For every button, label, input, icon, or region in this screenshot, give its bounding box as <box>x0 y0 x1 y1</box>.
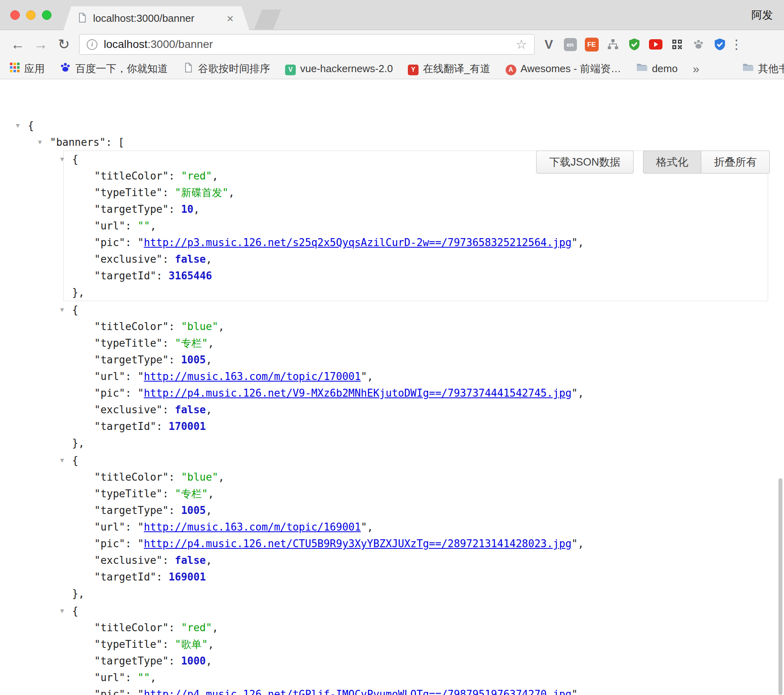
json-line: "typeTitle": "新碟首发", <box>64 184 768 201</box>
json-line: "exclusive": false, <box>64 552 768 569</box>
collapse-toggle-icon[interactable]: ▼ <box>38 134 42 151</box>
browser-toolbar: ← → ↻ i localhost:3000/banner ☆ VenFE ⋮ <box>0 30 784 59</box>
bookmark-item[interactable]: Y在线翻译_有道 <box>408 62 490 76</box>
tab-favicon-page-icon <box>77 12 88 25</box>
json-line: ▼{ <box>64 603 768 619</box>
window-close-button[interactable] <box>10 10 20 20</box>
org-chart-icon[interactable] <box>605 36 621 52</box>
json-line: "titleColor": "red", <box>64 619 768 636</box>
json-line: "targetType": 1005, <box>64 502 768 519</box>
youtube-icon[interactable] <box>648 36 664 52</box>
bookmark-item[interactable]: demo <box>636 63 677 75</box>
profile-name[interactable]: 阿发 <box>752 0 773 30</box>
bookmark-label: demo <box>652 63 677 75</box>
tab-title: localhost:3000/banner <box>93 12 226 25</box>
bookmark-label: 在线翻译_有道 <box>423 62 490 76</box>
tab-close-icon[interactable]: × <box>226 13 234 25</box>
download-json-button[interactable]: 下载JSON数据 <box>536 151 634 174</box>
bookmark-item[interactable]: AAwesomes - 前端资… <box>506 62 621 76</box>
bookmark-item[interactable]: 谷歌按时间排序 <box>183 62 270 76</box>
json-line: }, <box>64 435 768 451</box>
json-url-link[interactable]: http://p3.music.126.net/s25q2x5QyqsAzilC… <box>144 237 571 248</box>
browser-tab[interactable]: localhost:3000/banner × <box>63 6 249 31</box>
page-content: 下载JSON数据 格式化 折叠所有 ▼{▼"banners": [▼{"titl… <box>0 117 784 695</box>
json-line: "targetId": 170001 <box>64 418 768 435</box>
bookmark-label: vue-hackernews-2.0 <box>300 63 393 75</box>
new-tab-button[interactable] <box>254 10 281 29</box>
json-line: "targetId": 3165446 <box>64 267 768 284</box>
page-info-icon[interactable]: i <box>87 39 97 50</box>
json-url-link[interactable]: http://p4.music.126.net/V9-MXz6b2MNhEKju… <box>144 387 571 399</box>
extension-icons: VenFE <box>541 36 728 52</box>
json-url-link[interactable]: http://p4.music.126.net/CTU5B9R9y3XyYBZX… <box>144 538 571 550</box>
bookmarks-overflow-icon[interactable]: » <box>693 62 699 76</box>
fehelper-icon[interactable]: FE <box>584 36 599 52</box>
bookmark-star-icon[interactable]: ☆ <box>516 37 527 52</box>
qrcode-icon[interactable] <box>669 36 685 52</box>
bookmarks-bar: 应用百度一下，你就知道谷歌按时间排序Vvue-hackernews-2.0Y在线… <box>0 59 784 79</box>
window-zoom-button[interactable] <box>42 10 51 20</box>
view-mode-segment: 格式化 折叠所有 <box>643 151 770 174</box>
forward-icon[interactable]: → <box>29 36 52 53</box>
json-line: "pic": "http://p4.music.126.net/V9-MXz6b… <box>64 385 768 401</box>
other-bookmarks-folder[interactable]: 其他书签 <box>742 62 784 76</box>
json-line: "url": "", <box>64 669 768 686</box>
url-text: localhost:3000/banner <box>104 38 213 51</box>
json-line: "titleColor": "blue", <box>64 318 768 335</box>
json-line: ▼"banners": [ <box>0 134 784 151</box>
bookmark-item[interactable]: 应用 <box>10 62 45 76</box>
json-line: "pic": "http://p4.music.126.net/CTU5B9R9… <box>64 535 768 552</box>
blue-shield-icon[interactable] <box>712 36 728 52</box>
json-line: "url": "http://music.163.com/m/topic/170… <box>64 368 768 385</box>
collapse-toggle-icon[interactable]: ▼ <box>16 117 20 134</box>
json-url-link[interactable]: http://music.163.com/m/topic/169001 <box>144 521 361 533</box>
page-icon <box>183 62 194 76</box>
format-button[interactable]: 格式化 <box>643 151 701 174</box>
baidu-paw-icon <box>60 62 71 75</box>
traffic-lights <box>10 10 51 20</box>
json-url-link[interactable]: http://music.163.com/m/topic/170001 <box>144 370 361 382</box>
bookmark-item[interactable]: Vvue-hackernews-2.0 <box>285 62 393 75</box>
json-line: "typeTitle": "歌单", <box>64 636 768 653</box>
json-line: "titleColor": "blue", <box>64 469 768 485</box>
scrollbar-thumb[interactable] <box>778 478 782 695</box>
json-line: "targetType": 1005, <box>64 351 768 368</box>
collapse-toggle-icon[interactable]: ▼ <box>60 151 64 168</box>
json-line: }, <box>64 585 768 602</box>
paw-icon[interactable] <box>691 36 706 52</box>
json-line: "exclusive": false, <box>64 251 768 267</box>
reload-icon[interactable]: ↻ <box>52 36 75 53</box>
translate-icon[interactable]: en <box>562 36 578 52</box>
json-line: "targetType": 1000, <box>64 653 768 669</box>
bookmark-label: Awesomes - 前端资… <box>521 62 621 76</box>
json-line: "targetType": 10, <box>64 201 768 218</box>
window-titlebar: localhost:3000/banner × 阿发 <box>0 0 784 30</box>
json-line: "url": "", <box>64 218 768 234</box>
bookmark-item[interactable]: 百度一下，你就知道 <box>60 62 168 76</box>
json-line: "url": "http://music.163.com/m/topic/169… <box>64 519 768 535</box>
banner-object: ▼{"titleColor": "red","typeTitle": "歌单",… <box>63 602 768 695</box>
json-line: "exclusive": false, <box>64 401 768 418</box>
json-line: ▼{ <box>0 117 784 134</box>
json-line: "pic": "http://p3.music.126.net/s25q2x5Q… <box>64 234 768 251</box>
vimium-icon[interactable]: V <box>541 36 557 52</box>
bookmark-label: 应用 <box>24 62 45 76</box>
collapse-all-button[interactable]: 折叠所有 <box>701 151 770 174</box>
json-url-link[interactable]: http://p4.music.126.net/tGPljf-IMOCyPvum… <box>144 688 571 695</box>
collapse-toggle-icon[interactable]: ▼ <box>60 302 64 318</box>
green-shield-icon[interactable] <box>626 36 642 52</box>
back-icon[interactable]: ← <box>6 36 29 53</box>
browser-menu-icon[interactable]: ⋮ <box>729 37 744 52</box>
folder-icon <box>742 63 754 75</box>
collapse-toggle-icon[interactable]: ▼ <box>60 603 64 619</box>
omnibox[interactable]: i localhost:3000/banner ☆ <box>79 34 535 55</box>
bookmark-label: 百度一下，你就知道 <box>75 62 168 76</box>
badge-round-icon: A <box>506 62 516 75</box>
json-viewer-actions: 下载JSON数据 格式化 折叠所有 <box>536 151 770 174</box>
collapse-toggle-icon[interactable]: ▼ <box>60 452 64 469</box>
json-line: "pic": "http://p4.music.126.net/tGPljf-I… <box>64 686 768 695</box>
window-minimize-button[interactable] <box>26 10 36 20</box>
json-line: ▼{ <box>64 452 768 469</box>
json-viewer: ▼{▼"banners": [▼{"titleColor": "red","ty… <box>0 117 784 695</box>
folder-icon <box>636 63 647 75</box>
